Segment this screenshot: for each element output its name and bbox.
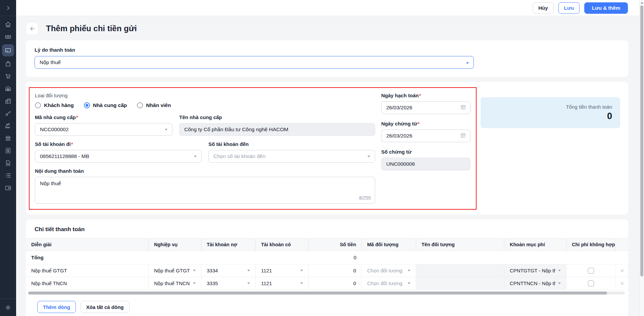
account-to-label: Số tài khoản đến — [208, 141, 375, 147]
sidebar-nav — [0, 16, 16, 299]
gear-icon — [5, 304, 11, 311]
credit-card-icon — [5, 47, 11, 54]
sidebar-item-documents[interactable] — [2, 158, 14, 168]
back-button[interactable] — [26, 22, 39, 35]
page-scrollbar-thumb[interactable] — [640, 5, 643, 276]
document-date-input[interactable]: 26/03/2026 — [381, 129, 470, 142]
operation-cell[interactable]: Nộp thuế TNCN — [149, 277, 201, 289]
radio-customer[interactable]: Khách hàng — [35, 102, 74, 108]
chevron-down-icon — [300, 282, 303, 284]
sidebar-item-taxes[interactable] — [2, 133, 14, 143]
main-content: Thêm phiếu chi tiền gửi Lý do thanh toán… — [16, 16, 639, 316]
table-horizontal-scrollbar[interactable] — [28, 292, 625, 295]
sidebar-item-home[interactable] — [2, 19, 14, 30]
table-scrollbar-thumb[interactable] — [28, 292, 607, 295]
cancel-button[interactable]: Hủy — [533, 2, 553, 14]
sidebar-item-assets[interactable] — [2, 108, 14, 118]
page-header: Thêm phiếu chi tiền gửi — [26, 22, 628, 35]
scrollbar-up-arrow-icon — [641, 2, 643, 4]
col-description: Diễn giải — [26, 239, 149, 251]
sidebar-settings-button[interactable] — [0, 299, 16, 316]
sidebar-item-warehouse[interactable] — [2, 84, 14, 94]
sidebar-item-company[interactable] — [2, 96, 14, 106]
close-icon — [620, 268, 625, 273]
chevron-down-icon — [193, 282, 196, 284]
key-icon — [5, 110, 11, 117]
sidebar-item-cash[interactable] — [2, 32, 14, 42]
document-date-label: Ngày chứng từ* — [381, 121, 470, 126]
payment-reason-card: Lý do thanh toán Nộp thuế — [26, 40, 628, 77]
expense-item-cell[interactable]: CPNTGTGT - Nộp thuế — [504, 264, 566, 277]
add-row-button[interactable]: Thêm dòng — [37, 301, 76, 313]
account-from-select[interactable]: 0856211128888 - MB — [35, 150, 202, 163]
payment-content-textarea[interactable]: Nộp thuế 8/255 — [35, 177, 375, 204]
sidebar-item-bank-payments[interactable] — [2, 44, 14, 56]
sidebar-item-lists[interactable] — [2, 170, 14, 180]
home-icon — [5, 21, 11, 28]
calendar-icon[interactable] — [460, 104, 466, 111]
chevron-down-icon — [408, 270, 410, 271]
cash-icon — [5, 34, 11, 40]
object-name-cell — [416, 277, 504, 289]
highlighted-form-area: Loại đối tượng Khách hàng Nhà cung cấp N… — [29, 87, 477, 210]
save-button[interactable]: Lưu — [558, 2, 580, 14]
col-object-code: Mã đối tượng — [362, 239, 416, 251]
total-amount-panel: Tổng tiền thanh toán 0 — [481, 97, 620, 128]
sidebar-item-invoices[interactable] — [2, 146, 14, 156]
sidebar-item-payroll[interactable] — [2, 121, 14, 131]
account-to-select[interactable]: Chọn số tài khoản đến — [208, 150, 375, 163]
total-amount-label: Tổng tiền thanh toán — [566, 104, 612, 110]
payment-reason-select[interactable]: Nộp thuế — [35, 56, 474, 69]
sidebar-expand-button[interactable] — [0, 0, 16, 16]
debit-account-cell[interactable]: 3335 — [201, 277, 256, 289]
delete-all-rows-button[interactable]: Xóa tất cả dòng — [81, 301, 130, 313]
object-code-cell[interactable]: Chọn đối tượng — [362, 264, 416, 277]
page-scrollbar[interactable] — [639, 0, 644, 316]
supplier-code-label: Mã nhà cung cấp* — [35, 114, 172, 120]
col-actions — [616, 239, 628, 251]
topbar: Hủy Lưu Lưu & thêm — [16, 0, 639, 16]
credit-account-cell[interactable]: 1121 — [256, 277, 309, 289]
sidebar-item-purchases[interactable] — [2, 59, 14, 69]
sidebar-item-sales[interactable] — [2, 71, 14, 81]
chevron-right-icon — [5, 5, 11, 11]
col-debit-account: Tài khoản nợ — [201, 239, 256, 251]
chevron-down-icon — [165, 129, 167, 130]
total-row-label: Tổng — [26, 251, 149, 264]
invalid-expense-checkbox[interactable] — [588, 280, 594, 286]
amount-cell[interactable]: 0 — [309, 264, 362, 277]
sidebar-item-wallet[interactable] — [2, 183, 14, 193]
credit-account-cell[interactable]: 1121 — [256, 264, 309, 277]
voucher-form-card: Loại đối tượng Khách hàng Nhà cung cấp N… — [26, 82, 628, 214]
table-row: Nộp thuế TNCN Nộp thuế TNCN 3335 1121 0 … — [26, 277, 628, 290]
operation-cell[interactable]: Nộp thuế GTGT — [149, 264, 201, 277]
invalid-expense-cell — [566, 277, 616, 289]
object-code-cell[interactable]: Chọn đối tượng — [362, 277, 416, 289]
description-cell[interactable]: Nộp thuế GTGT — [26, 264, 149, 277]
delete-row-button[interactable] — [616, 281, 628, 286]
col-expense-item: Khoản mục phí — [504, 239, 566, 251]
radio-employee[interactable]: Nhân viên — [137, 102, 171, 108]
payment-reason-label: Lý do thanh toán — [35, 47, 620, 53]
expense-item-cell[interactable]: CPNTTNCN - Nộp thuế — [504, 277, 566, 289]
invoice-dollar-icon — [5, 147, 11, 154]
debit-account-cell[interactable]: 3334 — [201, 264, 256, 277]
col-amount: Số tiền — [309, 239, 362, 251]
supplier-code-select[interactable]: NCC000002 — [35, 123, 172, 136]
sidebar — [0, 0, 16, 316]
col-object-name: Tên đối tượng — [416, 239, 504, 251]
radio-supplier[interactable]: Nhà cung cấp — [84, 102, 127, 108]
invalid-expense-checkbox[interactable] — [588, 268, 594, 274]
table-total-row: Tổng 0 — [26, 251, 628, 264]
posting-date-input[interactable]: 26/03/2026 — [381, 101, 470, 114]
bank-icon — [5, 135, 11, 142]
calendar-icon[interactable] — [460, 132, 466, 140]
amount-cell[interactable]: 0 — [309, 277, 362, 289]
save-and-add-button[interactable]: Lưu & thêm — [584, 2, 628, 14]
delete-row-button[interactable] — [616, 268, 628, 273]
description-cell[interactable]: Nộp thuế TNCN — [26, 277, 149, 289]
document-icon — [5, 160, 11, 166]
col-credit-account: Tài khoản có — [256, 239, 309, 251]
posting-date-label: Ngày hạch toán* — [381, 93, 470, 98]
document-number-field: UNC000006 — [381, 158, 470, 170]
